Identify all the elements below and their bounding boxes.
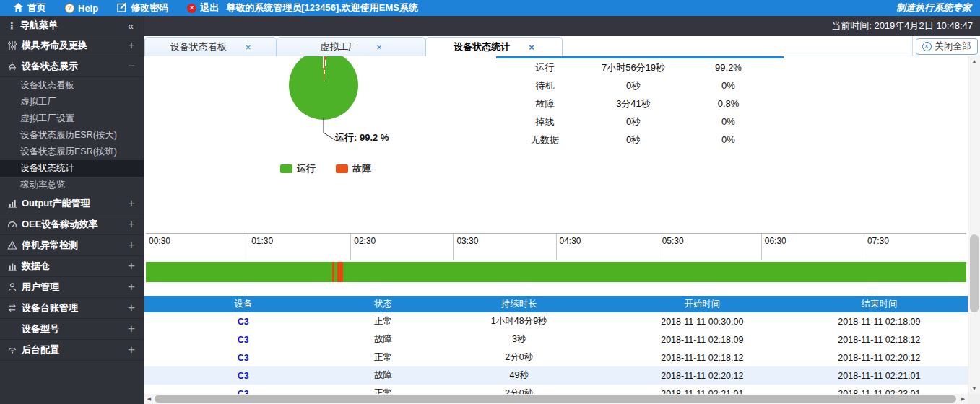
expand-toggle-icon[interactable]: + [128, 38, 136, 53]
expand-toggle-icon[interactable]: + [128, 196, 136, 211]
pie-legend: 运行故障 [280, 162, 371, 175]
expand-toggle-icon[interactable]: + [128, 217, 136, 232]
pie-callout-label: 运行: 99.2 % [335, 131, 389, 144]
menu-dots-icon: ⋮ [7, 20, 20, 31]
sidebar-section[interactable]: 设备台账管理+ [0, 298, 144, 319]
sidebar-section[interactable]: 后台配置+ [0, 340, 144, 361]
sidebar-item-label: 虚拟工厂 [20, 96, 56, 108]
column-header[interactable]: 结束时间 [791, 298, 968, 310]
duration-cell: 2分0秒 [425, 351, 614, 364]
sidebar-section-label: 模具寿命及更换 [22, 39, 128, 52]
home-button[interactable]: 首页 [13, 1, 46, 14]
sidebar-section[interactable]: 停机异常检测+ [0, 235, 144, 256]
expand-toggle-icon[interactable]: + [128, 343, 136, 357]
legend-item[interactable]: 故障 [336, 162, 371, 175]
user-icon [7, 282, 22, 292]
home-icon [13, 2, 24, 14]
stats-name: 掉线 [496, 115, 594, 128]
sidebar-item[interactable]: 虚拟工厂设置 [0, 110, 144, 127]
table-row: C3故障3秒2018-11-11 02:18:092018-11-11 02:1… [144, 330, 968, 348]
tab-close-icon[interactable]: × [529, 42, 534, 53]
sidebar-section[interactable]: 用户管理+ [0, 277, 144, 298]
expand-toggle-icon[interactable]: − [128, 59, 136, 74]
timeline-tick: 04:30 [556, 234, 659, 260]
top-menu-bar: 首页 ? Help 修改密码 ✕ 退出 尊敬的系统管理员[123456],欢迎使… [0, 0, 980, 16]
tick-label: 04:30 [557, 234, 659, 246]
change-password-button[interactable]: 修改密码 [117, 1, 168, 14]
sidebar-section-label: 用户管理 [22, 281, 128, 294]
scroll-down-icon[interactable]: ▼ [968, 384, 980, 394]
timeline-axis: 00:3001:3002:3003:3004:3005:3006:3007:30 [146, 233, 966, 260]
expand-toggle-icon[interactable]: + [128, 238, 136, 252]
sidebar-item[interactable]: 设备状态履历ESR(按天) [0, 127, 144, 144]
collapse-sidebar-icon[interactable]: « [128, 19, 136, 32]
welcome-message: 尊敬的系统管理员[123456],欢迎使用EMS系统 [226, 1, 418, 14]
legend-label: 运行 [297, 162, 316, 175]
fault-stripe [332, 262, 334, 282]
sidebar-item-label: 设备状态统计 [20, 162, 74, 175]
main-panel: 设备状态看板×虚拟工厂×设备状态统计× × 关闭全部 运行: 99.2 % 运行… [144, 36, 980, 404]
expand-toggle-icon[interactable]: + [128, 301, 136, 315]
stats-percent: 0% [673, 134, 784, 145]
timeline-tick: 06:30 [761, 234, 864, 260]
scroll-right-icon[interactable]: ▶ [958, 394, 968, 404]
sidebar-section[interactable]: OEE设备稼动效率+ [0, 214, 144, 235]
device-link[interactable]: C3 [144, 353, 342, 363]
timeline-tick: 01:30 [248, 234, 350, 260]
help-button[interactable]: ? Help [65, 3, 98, 14]
column-header[interactable]: 状态 [342, 298, 425, 310]
sidebar-section-label: 设备型号 [22, 322, 128, 335]
sidebar-item[interactable]: 设备状态看板 [0, 77, 144, 94]
horizontal-scroll-thumb[interactable] [155, 395, 956, 403]
vertical-scroll-thumb[interactable] [970, 234, 979, 312]
legend-swatch [280, 164, 292, 173]
column-header[interactable]: 持续时长 [425, 298, 614, 310]
sidebar-section[interactable]: Output产能管理+ [0, 193, 144, 214]
tick-label: 01:30 [248, 234, 350, 246]
close-all-button[interactable]: × 关闭全部 [916, 38, 978, 55]
close-all-label: 关闭全部 [935, 40, 971, 53]
tab-虚拟工厂[interactable]: 虚拟工厂× [277, 37, 425, 56]
sidebar-section[interactable]: 设备型号+ [0, 319, 144, 340]
stats-duration: 0秒 [594, 133, 673, 146]
sidebar-section[interactable]: 数据仓+ [0, 256, 144, 277]
scroll-up-icon[interactable]: ▲ [968, 56, 980, 66]
legend-item[interactable]: 运行 [280, 162, 316, 175]
sidebar-item[interactable]: 稼动率总览 [0, 177, 144, 193]
horizontal-scrollbar[interactable]: ◀ ▶ [144, 394, 968, 404]
column-header[interactable]: 开始时间 [614, 298, 791, 310]
sidebar-section[interactable]: 模具寿命及更换+ [0, 35, 144, 56]
device-link[interactable]: C3 [144, 335, 342, 345]
stats-percent: 0% [673, 80, 784, 91]
expand-toggle-icon[interactable]: + [128, 280, 136, 294]
logout-label: 退出 [200, 1, 219, 14]
stats-name: 运行 [496, 61, 594, 74]
status-timeline: 00:3001:3002:3003:3004:3005:3006:3007:30 [146, 233, 966, 282]
sidebar-section[interactable]: 设备状态展示− [0, 56, 144, 77]
tab-close-icon[interactable]: × [246, 42, 251, 53]
end-time-cell: 2018-11-11 02:18:12 [791, 335, 968, 345]
sidebar-item[interactable]: 设备状态履历ESR(按班) [0, 144, 144, 160]
device-link[interactable]: C3 [144, 371, 342, 381]
tab-设备状态看板[interactable]: 设备状态看板× [144, 37, 277, 56]
ledger-icon [7, 303, 22, 313]
sidebar-item-label: 设备状态履历ESR(按班) [20, 146, 117, 158]
tab-label: 设备状态统计 [454, 40, 510, 53]
sidebar-item[interactable]: 设备状态统计 [0, 160, 144, 177]
timeline-tick: 02:30 [350, 234, 453, 260]
scroll-left-icon[interactable]: ◀ [144, 394, 154, 404]
sidebar-item[interactable]: 虚拟工厂 [0, 94, 144, 110]
start-time-cell: 2018-11-11 00:30:00 [614, 317, 791, 327]
column-header[interactable]: 设备 [144, 298, 342, 310]
change-password-label: 修改密码 [131, 1, 168, 14]
device-link[interactable]: C3 [144, 317, 342, 327]
expand-toggle-icon[interactable]: + [128, 322, 136, 336]
stats-row: 掉线0秒0% [496, 113, 784, 131]
expand-toggle-icon[interactable]: + [128, 259, 136, 273]
tab-close-icon[interactable]: × [376, 42, 382, 53]
tab-设备状态统计[interactable]: 设备状态统计× [425, 37, 563, 56]
table-row: C3故障49秒2018-11-11 02:20:122018-11-11 02:… [144, 366, 968, 385]
logout-button[interactable]: ✕ 退出 [187, 1, 219, 14]
vertical-scrollbar[interactable]: ▲ ▼ [968, 56, 980, 394]
sliders-icon [7, 40, 22, 50]
